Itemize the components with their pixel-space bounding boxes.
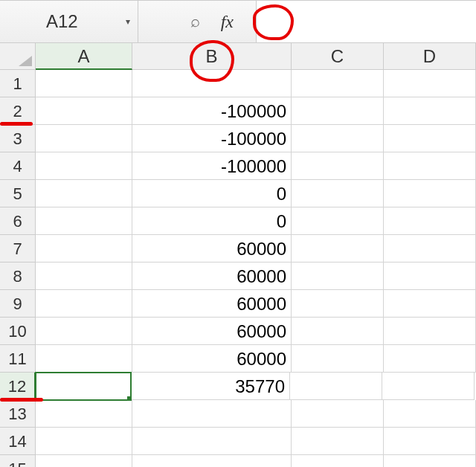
- row-header-1[interactable]: 1: [0, 70, 36, 97]
- cell-C9[interactable]: [292, 290, 384, 318]
- cell-D13[interactable]: [384, 400, 476, 428]
- row-header-2[interactable]: 2: [0, 97, 36, 125]
- formula-input[interactable]: [256, 1, 476, 42]
- cell-A13[interactable]: [36, 400, 132, 428]
- cell-A6[interactable]: [36, 207, 132, 235]
- row-header-6[interactable]: 6: [0, 207, 36, 235]
- cell-A9[interactable]: [36, 290, 132, 318]
- cell-B13[interactable]: [132, 400, 292, 428]
- cell-C14[interactable]: [292, 428, 384, 455]
- cell-B9[interactable]: 60000: [132, 290, 292, 318]
- table-row: 1: [0, 70, 476, 97]
- search-icon[interactable]: ⌕: [190, 12, 200, 31]
- row-header-4[interactable]: 4: [0, 152, 36, 180]
- cell-B10[interactable]: 60000: [132, 318, 292, 345]
- table-row: 1235770: [0, 373, 476, 400]
- table-row: 760000: [0, 235, 476, 263]
- cell-A3[interactable]: [36, 125, 132, 152]
- spreadsheet-grid: A B C D 12-1000003-1000004-1000005060760…: [0, 43, 476, 467]
- cell-D3[interactable]: [384, 125, 476, 152]
- cell-D14[interactable]: [384, 428, 476, 455]
- cell-B3[interactable]: -100000: [132, 125, 292, 152]
- select-all-corner[interactable]: [0, 43, 36, 70]
- table-row: 860000: [0, 263, 476, 290]
- cell-A5[interactable]: [36, 180, 132, 207]
- table-row: 60: [0, 207, 476, 235]
- cell-D8[interactable]: [384, 263, 476, 290]
- cell-C15[interactable]: [292, 455, 384, 467]
- row-header-13[interactable]: 13: [0, 400, 36, 428]
- cell-D11[interactable]: [384, 345, 476, 373]
- table-row: 1060000: [0, 318, 476, 345]
- cell-D9[interactable]: [384, 290, 476, 318]
- cell-A7[interactable]: [36, 235, 132, 263]
- row-header-3[interactable]: 3: [0, 125, 36, 152]
- cell-D5[interactable]: [384, 180, 476, 207]
- cell-D4[interactable]: [384, 152, 476, 180]
- table-row: 1160000: [0, 345, 476, 373]
- row-header-10[interactable]: 10: [0, 318, 36, 345]
- cell-A8[interactable]: [36, 263, 132, 290]
- column-header-C[interactable]: C: [292, 43, 384, 70]
- column-header-A[interactable]: A: [36, 43, 132, 70]
- row-header-12[interactable]: 12: [0, 373, 36, 400]
- cell-D12[interactable]: [382, 373, 475, 400]
- cell-A15[interactable]: [36, 455, 132, 467]
- cell-A2[interactable]: [36, 97, 132, 125]
- cell-C6[interactable]: [292, 207, 384, 235]
- cell-C13[interactable]: [292, 400, 384, 428]
- cell-D1[interactable]: [384, 70, 476, 97]
- cell-B4[interactable]: -100000: [132, 152, 292, 180]
- cell-B15[interactable]: [132, 455, 292, 467]
- cell-C7[interactable]: [292, 235, 384, 263]
- cell-A10[interactable]: [36, 318, 132, 345]
- row-header-7[interactable]: 7: [0, 235, 36, 263]
- cell-C1[interactable]: [292, 70, 384, 97]
- table-row: 50: [0, 180, 476, 207]
- cell-C5[interactable]: [292, 180, 384, 207]
- cell-B8[interactable]: 60000: [132, 263, 292, 290]
- cell-B1[interactable]: [132, 70, 292, 97]
- table-row: 13: [0, 400, 476, 428]
- cell-D15[interactable]: [384, 455, 476, 467]
- cell-D2[interactable]: [384, 97, 476, 125]
- cell-A11[interactable]: [36, 345, 132, 373]
- cell-D10[interactable]: [384, 318, 476, 345]
- cell-B11[interactable]: 60000: [132, 345, 292, 373]
- table-row: 2-100000: [0, 97, 476, 125]
- column-header-D[interactable]: D: [384, 43, 476, 70]
- table-row: 4-100000: [0, 152, 476, 180]
- row-header-9[interactable]: 9: [0, 290, 36, 318]
- cell-C12[interactable]: [290, 373, 382, 400]
- name-box[interactable]: A12 ▾: [0, 1, 138, 42]
- cell-B7[interactable]: 60000: [132, 235, 292, 263]
- table-row: 14: [0, 428, 476, 455]
- cell-B12[interactable]: 35770: [131, 373, 290, 400]
- row-header-15[interactable]: 15: [0, 455, 36, 467]
- cell-B5[interactable]: 0: [132, 180, 292, 207]
- cell-A12[interactable]: [35, 372, 132, 401]
- table-row: 15: [0, 455, 476, 467]
- cell-C11[interactable]: [292, 345, 384, 373]
- row-header-5[interactable]: 5: [0, 180, 36, 207]
- row-header-8[interactable]: 8: [0, 263, 36, 290]
- row-header-11[interactable]: 11: [0, 345, 36, 373]
- table-row: 3-100000: [0, 125, 476, 152]
- column-header-B[interactable]: B: [132, 43, 292, 70]
- cell-C4[interactable]: [292, 152, 384, 180]
- chevron-down-icon[interactable]: ▾: [126, 16, 130, 27]
- cell-C2[interactable]: [292, 97, 384, 125]
- cell-B14[interactable]: [132, 428, 292, 455]
- cell-C10[interactable]: [292, 318, 384, 345]
- cell-A14[interactable]: [36, 428, 132, 455]
- cell-B2[interactable]: -100000: [132, 97, 292, 125]
- fx-icon[interactable]: fx: [221, 12, 234, 32]
- row-header-14[interactable]: 14: [0, 428, 36, 455]
- cell-D7[interactable]: [384, 235, 476, 263]
- cell-C3[interactable]: [292, 125, 384, 152]
- cell-D6[interactable]: [384, 207, 476, 235]
- cell-A1[interactable]: [36, 70, 132, 97]
- cell-C8[interactable]: [292, 263, 384, 290]
- cell-A4[interactable]: [36, 152, 132, 180]
- cell-B6[interactable]: 0: [132, 207, 292, 235]
